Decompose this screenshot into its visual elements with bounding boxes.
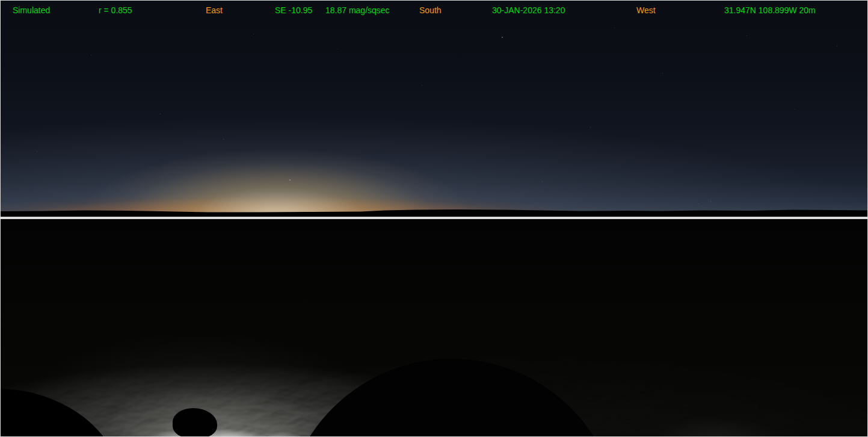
sky-simulator-window: Simulated r = 0.855 East SE -10.95 18.87… [0,0,868,437]
r-value-label: r = 0.855 [99,5,132,15]
ground-panorama-panel[interactable] [0,219,868,437]
star [502,37,503,38]
star [837,46,837,46]
status-bar: Simulated r = 0.855 East SE -10.95 18.87… [1,1,867,19]
star [289,179,291,181]
star [614,28,615,28]
south-direction-label: South [419,5,442,15]
star [160,114,161,114]
star [590,127,591,128]
star [746,36,747,36]
horizon-silhouette [1,203,867,217]
star [662,73,663,73]
west-direction-label: West [636,5,656,15]
east-direction-label: East [206,5,223,15]
datetime-label: 30-JAN-2026 13:20 [492,5,565,15]
sky-panorama-panel[interactable]: Simulated r = 0.855 East SE -10.95 18.87… [0,0,868,217]
sun-elevation-reading: SE -10.95 [275,5,312,15]
star [542,181,543,182]
sky-brightness-reading: 18.87 mag/sqsec [325,5,390,15]
star [337,49,338,49]
star [91,55,91,55]
mode-label: Simulated [13,5,50,15]
star [710,201,711,202]
star [253,34,254,34]
location-label: 31.947N 108.899W 20m [724,5,816,15]
star [422,85,422,85]
star [223,139,224,140]
star [37,151,37,152]
star [795,109,795,110]
